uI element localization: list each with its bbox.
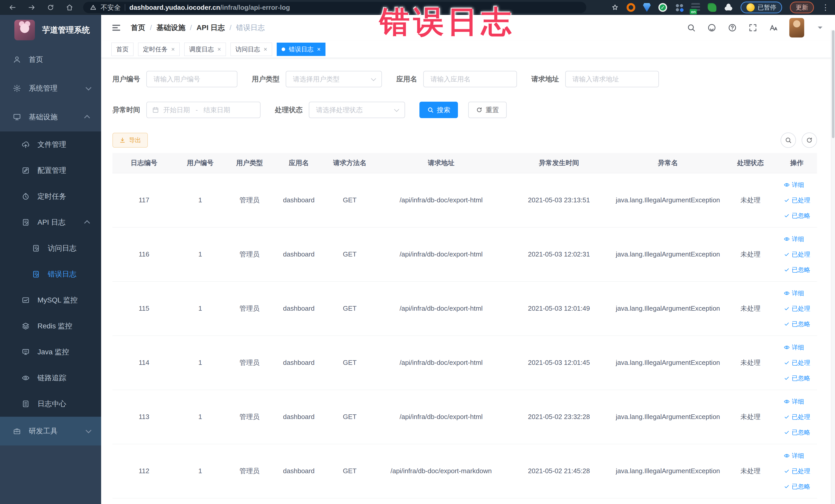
action-已处理[interactable]: 已处理 — [784, 247, 810, 262]
request-url-input[interactable] — [565, 71, 659, 87]
column-header: 应用名 — [274, 153, 323, 173]
action-详细[interactable]: 详细 — [784, 395, 804, 409]
start-date-placeholder[interactable]: 开始日期 — [163, 105, 190, 115]
extension-sprout-icon[interactable] — [708, 3, 716, 12]
process-status-select[interactable]: 请选择处理状态 — [309, 102, 405, 118]
user-avatar[interactable] — [789, 18, 804, 38]
reset-button[interactable]: 重置 — [468, 102, 507, 118]
search-icon[interactable] — [687, 23, 696, 32]
action-已忽略[interactable]: 已忽略 — [784, 208, 810, 223]
sidebar-item-java[interactable]: Java 监控 — [0, 339, 101, 365]
breadcrumb-item[interactable]: 首页 — [131, 23, 145, 33]
action-已处理[interactable]: 已处理 — [784, 464, 810, 478]
tab-调度日志[interactable]: 调度日志× — [184, 43, 226, 56]
action-已处理[interactable]: 已处理 — [784, 193, 810, 207]
table-cell: java.lang.IllegalArgumentException — [612, 444, 724, 498]
sidebar-item-job[interactable]: 定时任务 — [0, 183, 101, 209]
sidebar-item-mysql[interactable]: MySQL 监控 — [0, 287, 101, 313]
page-url[interactable]: dashboard.yudao.iocoder.cn/infra/log/api… — [129, 4, 290, 12]
extension-shield-icon[interactable] — [643, 3, 651, 12]
sidebar-toggle-icon[interactable] — [111, 23, 121, 33]
search-button[interactable]: 搜索 — [420, 102, 458, 118]
check-icon — [784, 213, 790, 219]
app-logo-row[interactable]: 芋道管理系统 — [0, 15, 101, 45]
reload-icon[interactable] — [47, 4, 55, 11]
tab-定时任务[interactable]: 定时任务× — [138, 43, 180, 56]
table-cell: 管理员 — [225, 227, 274, 281]
github-icon[interactable] — [707, 23, 716, 32]
reset-button-label: 重置 — [486, 105, 499, 115]
breadcrumb-item[interactable]: 基础设施 — [157, 23, 185, 33]
toggle-search-button[interactable] — [780, 133, 796, 148]
close-icon[interactable]: × — [171, 46, 175, 53]
export-button[interactable]: 导出 — [113, 133, 148, 148]
sidebar-item-infra[interactable]: 基础设施 — [0, 103, 101, 132]
scrollbar-thumb[interactable] — [832, 30, 834, 138]
date-range-picker[interactable]: 开始日期 - 结束日期 — [146, 102, 261, 118]
action-已处理[interactable]: 已处理 — [784, 356, 810, 370]
table-body: 1171管理员dashboardGET/api/infra/db-doc/exp… — [113, 173, 817, 498]
tab-访问日志[interactable]: 访问日志× — [230, 43, 272, 56]
sidebar-item-redis[interactable]: Redis 监控 — [0, 313, 101, 339]
action-已忽略[interactable]: 已忽略 — [784, 425, 810, 440]
user-menu-caret-icon[interactable] — [815, 23, 825, 32]
action-详细[interactable]: 详细 — [784, 232, 804, 246]
close-icon[interactable]: × — [317, 46, 321, 53]
update-button[interactable]: 更新 — [790, 2, 814, 13]
sidebar-item-access-log[interactable]: 访问日志 — [0, 235, 101, 261]
refresh-table-button[interactable] — [802, 133, 817, 148]
edit-icon — [22, 166, 30, 175]
action-已忽略[interactable]: 已忽略 — [784, 317, 810, 331]
action-已忽略[interactable]: 已忽略 — [784, 371, 810, 385]
action-详细[interactable]: 详细 — [784, 340, 804, 355]
sidebar-item-config[interactable]: 配置管理 — [0, 157, 101, 183]
help-icon[interactable] — [728, 23, 737, 32]
table-header-row: 日志编号用户编号用户类型应用名请求方法名请求地址异常发生时间异常名处理状态操作 — [113, 153, 817, 173]
sidebar-item-log-center[interactable]: 日志中心 — [0, 391, 101, 417]
extension-green-check-icon[interactable]: ✓ — [658, 3, 667, 12]
app-name-input[interactable] — [423, 71, 517, 87]
sidebar-item-api-log[interactable]: API 日志 — [0, 209, 101, 235]
sidebar-item-home[interactable]: 首页 — [0, 45, 101, 74]
browser-menu-icon[interactable]: ⋮ — [822, 4, 829, 11]
emoji-avatar-icon — [747, 3, 755, 12]
sidebar-item-error-log[interactable]: 错误日志 — [0, 261, 101, 287]
action-已处理[interactable]: 已处理 — [784, 301, 810, 316]
on-badge: on — [690, 9, 697, 14]
action-已处理[interactable]: 已处理 — [784, 410, 810, 424]
table-cell: dashboard — [274, 173, 323, 227]
extension-orange-icon[interactable] — [627, 3, 635, 12]
table-cell: GET — [323, 227, 376, 281]
page-scrollbar[interactable] — [831, 30, 835, 504]
action-详细[interactable]: 详细 — [784, 178, 804, 192]
home-icon[interactable] — [66, 4, 74, 11]
action-详细[interactable]: 详细 — [784, 448, 804, 463]
sidebar-item-trace[interactable]: 链路追踪 — [0, 365, 101, 391]
security-label[interactable]: 不安全 — [101, 3, 121, 12]
extensions-puzzle-icon[interactable] — [724, 3, 733, 12]
close-icon[interactable]: × — [264, 46, 267, 53]
action-已忽略[interactable]: 已忽略 — [784, 479, 810, 494]
end-date-placeholder[interactable]: 结束日期 — [204, 105, 230, 115]
user-id-input[interactable] — [146, 71, 238, 87]
action-已忽略[interactable]: 已忽略 — [784, 263, 810, 277]
sidebar-item-system[interactable]: 系统管理 — [0, 74, 101, 103]
tab-首页[interactable]: 首页 — [111, 43, 134, 56]
table-cell: 管理员 — [225, 444, 274, 498]
fullscreen-icon[interactable] — [748, 23, 757, 32]
font-size-icon[interactable] — [769, 23, 778, 32]
extension-on-icon[interactable]: on — [691, 3, 700, 12]
sidebar-item-file[interactable]: 文件管理 — [0, 132, 101, 157]
sidebar-item-dev-tools[interactable]: 研发工具 — [0, 417, 101, 445]
check-icon — [784, 468, 790, 474]
tab-错误日志[interactable]: 错误日志× — [277, 43, 325, 56]
bookmark-star-icon[interactable] — [611, 4, 619, 11]
action-详细[interactable]: 详细 — [784, 286, 804, 300]
back-icon[interactable] — [9, 4, 16, 11]
breadcrumb-item[interactable]: API 日志 — [197, 23, 225, 33]
forward-icon[interactable] — [28, 4, 36, 11]
user-type-select[interactable]: 请选择用户类型 — [286, 71, 382, 87]
close-icon[interactable]: × — [218, 46, 221, 53]
profile-paused-chip[interactable]: 已暂停 — [740, 2, 782, 13]
extension-grid-icon[interactable] — [675, 3, 684, 12]
